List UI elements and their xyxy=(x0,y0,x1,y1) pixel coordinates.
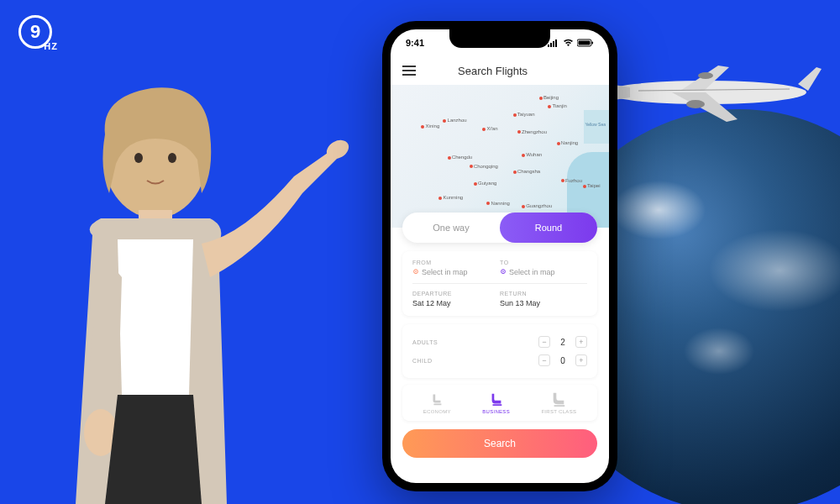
map-city-label: Nanning xyxy=(491,201,510,206)
round-button[interactable]: Round xyxy=(500,213,597,243)
map-city-label: Guiyang xyxy=(478,181,496,186)
phone-screen: 9:41 Search Flights Yellow Sea BeijingTi… xyxy=(391,29,609,483)
map-city-dot[interactable] xyxy=(539,97,543,100)
map-city-label: Changsha xyxy=(517,169,540,174)
to-field[interactable]: Select in map xyxy=(500,268,587,276)
map-city-dot[interactable] xyxy=(474,182,477,186)
svg-point-18 xyxy=(415,270,417,272)
adults-stepper: − 2 + xyxy=(538,336,587,348)
map-city-dot[interactable] xyxy=(513,171,517,174)
adults-label: ADULTS xyxy=(412,339,438,345)
map-sea-label: Yellow Sea xyxy=(585,122,606,127)
map-city-dot[interactable] xyxy=(557,142,560,145)
map-city-label: Taiyuan xyxy=(517,112,535,117)
seat-icon xyxy=(429,391,444,407)
svg-rect-10 xyxy=(548,45,549,47)
map-city-dot[interactable] xyxy=(517,130,521,134)
map-view[interactable]: Yellow Sea BeijingTianjinTaiyuanXi'anLan… xyxy=(391,85,609,228)
app-header: Search Flights xyxy=(391,56,609,85)
svg-rect-16 xyxy=(592,42,594,45)
to-label: TO xyxy=(500,260,587,265)
map-city-dot[interactable] xyxy=(513,113,517,117)
adults-plus-button[interactable]: + xyxy=(575,336,587,348)
brand-logo: 9HZ xyxy=(18,15,59,55)
departure-field[interactable]: Sat 12 May xyxy=(412,299,500,307)
route-form: FROM Select in map TO Select in map xyxy=(402,251,597,316)
svg-rect-11 xyxy=(550,43,552,47)
map-city-dot[interactable] xyxy=(448,156,451,160)
svg-point-8 xyxy=(698,72,713,79)
map-city-dot[interactable] xyxy=(443,119,446,123)
woman-pointing-illustration xyxy=(8,59,370,504)
business-option[interactable]: BUSINESS xyxy=(482,391,510,414)
map-city-dot[interactable] xyxy=(522,205,525,208)
map-city-label: Xi'an xyxy=(486,126,497,131)
child-value: 0 xyxy=(559,356,567,365)
map-city-dot[interactable] xyxy=(482,128,486,131)
svg-rect-12 xyxy=(553,41,554,47)
return-field[interactable]: Sun 13 May xyxy=(500,299,587,307)
child-label: CHILD xyxy=(412,358,433,364)
map-city-dot[interactable] xyxy=(522,154,525,157)
menu-icon[interactable] xyxy=(402,66,416,76)
economy-option[interactable]: ECONOMY xyxy=(423,391,451,414)
map-city-label: Guangzhou xyxy=(526,203,552,208)
seat-icon xyxy=(489,391,504,407)
map-city-label: Taipei xyxy=(587,183,601,188)
map-city-dot[interactable] xyxy=(438,197,442,200)
firstclass-option[interactable]: FIRST CLASS xyxy=(541,391,576,414)
phone-notch xyxy=(449,29,550,48)
map-city-label: Zhengzhou xyxy=(522,129,547,134)
departure-label: DEPARTURE xyxy=(412,291,500,297)
map-city-label: Fuzhou xyxy=(565,178,582,183)
return-label: RETURN xyxy=(500,291,587,297)
map-city-label: Chongqing xyxy=(474,164,498,169)
svg-point-2 xyxy=(168,153,176,163)
adults-value: 2 xyxy=(559,338,567,347)
map-city-dot[interactable] xyxy=(583,185,586,188)
logo-text: 9 xyxy=(30,21,40,43)
map-city-label: Wuhan xyxy=(526,152,542,157)
svg-point-7 xyxy=(686,100,705,108)
page-title: Search Flights xyxy=(458,65,528,77)
child-plus-button[interactable]: + xyxy=(575,354,587,366)
map-city-label: Beijing xyxy=(543,95,559,100)
wifi-icon xyxy=(563,39,574,47)
pin-icon xyxy=(412,269,419,276)
map-city-label: Xining xyxy=(426,123,440,129)
oneway-button[interactable]: One way xyxy=(402,213,500,243)
map-city-label: Chengdu xyxy=(452,155,472,160)
from-field[interactable]: Select in map xyxy=(412,268,500,276)
search-button[interactable]: Search xyxy=(402,429,597,458)
from-label: FROM xyxy=(412,260,500,265)
adults-minus-button[interactable]: − xyxy=(538,336,550,348)
map-city-dot[interactable] xyxy=(421,125,424,129)
map-city-dot[interactable] xyxy=(486,202,490,205)
phone-mockup: 9:41 Search Flights Yellow Sea BeijingTi… xyxy=(382,21,617,491)
map-city-label: Lanzhou xyxy=(448,118,467,123)
pin-icon xyxy=(500,269,507,276)
map-city-label: Tianjin xyxy=(552,103,566,108)
map-city-dot[interactable] xyxy=(470,165,473,168)
svg-rect-15 xyxy=(579,41,591,45)
child-minus-button[interactable]: − xyxy=(538,354,550,366)
map-city-label: Nanjing xyxy=(561,140,578,145)
map-city-dot[interactable] xyxy=(548,105,551,108)
cabin-class-selector: ECONOMY BUSINESS FIRST CLASS xyxy=(402,385,597,421)
logo-suffix: HZ xyxy=(44,41,58,51)
svg-point-1 xyxy=(134,153,143,163)
svg-point-20 xyxy=(502,270,504,272)
child-stepper: − 0 + xyxy=(538,354,587,366)
status-time: 9:41 xyxy=(406,38,424,48)
passengers-form: ADULTS − 2 + CHILD − 0 + xyxy=(402,324,597,378)
seat-icon xyxy=(551,391,566,407)
airplane-illustration xyxy=(596,50,823,134)
map-city-label: Kunming xyxy=(443,195,463,200)
map-city-dot[interactable] xyxy=(561,179,564,182)
battery-icon xyxy=(577,39,594,47)
trip-type-toggle: One way Round xyxy=(402,213,597,243)
svg-rect-13 xyxy=(555,39,557,47)
